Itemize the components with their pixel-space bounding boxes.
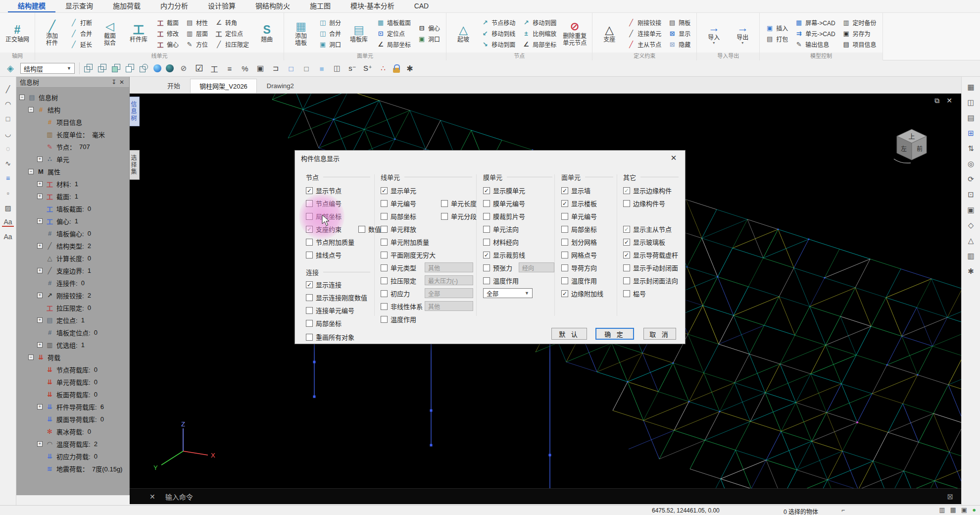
- move-to-line-button[interactable]: ↙移动到线: [479, 28, 517, 39]
- split-view-icon[interactable]: ◫: [965, 97, 978, 108]
- hidden-line-cube-icon[interactable]: [126, 64, 135, 73]
- panel-opening-button[interactable]: ▣洞口: [416, 34, 442, 44]
- document-tab-1[interactable]: 钢柱网架_V2026: [190, 79, 257, 93]
- tension-compression-limit-button[interactable]: ╱拉压限定: [213, 39, 251, 50]
- checkbox[interactable]: [381, 290, 388, 297]
- node-move-button[interactable]: ↗节点移动: [479, 17, 517, 28]
- tree-item[interactable]: ≋地震荷载：7度(0.15g): [18, 463, 129, 475]
- tree-item[interactable]: ▥长度单位：毫米: [18, 128, 129, 141]
- support-button[interactable]: △支座: [596, 14, 622, 52]
- menu-tab-5[interactable]: 钢结构防火: [245, 0, 300, 12]
- tree-item[interactable]: △计算长度:0: [18, 252, 129, 264]
- checkbox[interactable]: [561, 239, 568, 246]
- cancel-button[interactable]: 取 消: [643, 328, 676, 340]
- tree-item[interactable]: −M属性: [18, 165, 129, 178]
- viewport-side-tab-1[interactable]: 选择集: [130, 150, 140, 180]
- expand-icon[interactable]: +: [37, 268, 43, 273]
- sketch-circle-icon[interactable]: ⊘: [178, 62, 189, 74]
- view-cube-front-label[interactable]: 前: [917, 145, 923, 153]
- tree-item[interactable]: 工墙板截面:0: [18, 203, 129, 215]
- checkbox[interactable]: ✓: [306, 281, 313, 288]
- arc-tool-icon[interactable]: ◠: [2, 99, 14, 109]
- tree-item[interactable]: +⇊杆件导荷载库:6: [18, 401, 129, 413]
- dialog-checkbox-row[interactable]: ✓显示连接: [306, 280, 342, 289]
- member-library-button[interactable]: 工杆件库: [126, 14, 151, 52]
- add-wallboard-button[interactable]: ▦添加墙板: [288, 14, 314, 52]
- dialog-checkbox-row[interactable]: 单元编号: [561, 212, 597, 220]
- collapse-icon[interactable]: −: [28, 107, 34, 112]
- tree-item[interactable]: +▤定位点:1: [18, 314, 129, 326]
- checkbox[interactable]: [483, 239, 490, 246]
- break-member-button[interactable]: ╱打断: [68, 17, 94, 28]
- view-cube[interactable]: 上 左 前: [891, 126, 933, 165]
- lock-icon[interactable]: [393, 68, 400, 73]
- menu-tab-8[interactable]: CAD: [404, 0, 439, 12]
- dialog-checkbox-row[interactable]: 显示封闭面法向: [623, 276, 678, 285]
- close-window-icon[interactable]: ✕: [946, 97, 952, 105]
- snap-grid-icon[interactable]: ⊞: [965, 128, 978, 139]
- dialog-checkbox-row[interactable]: ✓支座约束: [306, 225, 342, 233]
- screen-to-cad-button[interactable]: ▦屏幕->CAD: [793, 17, 837, 28]
- dialog-checkbox-row[interactable]: 膜裁剪片号: [483, 212, 525, 220]
- dialog-checkbox-row[interactable]: 局部坐标: [306, 319, 342, 327]
- pin-icon[interactable]: ↧: [110, 79, 118, 86]
- diaphragm-button[interactable]: ▤隔板: [666, 17, 692, 28]
- checkbox[interactable]: [623, 277, 630, 284]
- checkbox[interactable]: [483, 277, 490, 284]
- section-button[interactable]: 工截面: [154, 17, 181, 28]
- tree-item[interactable]: #项目信息: [18, 116, 129, 128]
- story-button[interactable]: ▥层面: [184, 28, 210, 39]
- tree-item[interactable]: ⇊单元荷载库:0: [18, 376, 129, 388]
- checkbox[interactable]: ✓: [561, 290, 568, 297]
- checkbox[interactable]: [381, 316, 388, 323]
- checkbox[interactable]: ✓: [623, 239, 630, 246]
- document-tab-0[interactable]: 开始: [158, 79, 189, 93]
- tree-item[interactable]: ✻裹冰荷载:0: [18, 425, 129, 438]
- fill-view-icon[interactable]: ▣: [965, 205, 978, 215]
- dialog-checkbox-row[interactable]: 温度作用: [483, 276, 519, 285]
- checkbox[interactable]: [306, 239, 313, 246]
- checkbox[interactable]: [381, 264, 388, 271]
- locating-point-button[interactable]: 工定位点: [213, 28, 251, 39]
- move-to-face-button[interactable]: ↘移动到面: [479, 39, 517, 50]
- dialog-checkbox-row[interactable]: 显示手动封闭面: [623, 263, 678, 272]
- dialog-checkbox-row[interactable]: 单元长度: [441, 199, 477, 207]
- dialog-checkbox-row[interactable]: ✓显示导荷载虚杆: [623, 251, 678, 259]
- wallboard-section-button[interactable]: ▦墙板截面: [375, 17, 413, 28]
- layer-manager-icon[interactable]: ◈: [5, 62, 16, 74]
- dialog-close-icon[interactable]: ✕: [668, 154, 679, 162]
- filter-select[interactable]: 全部▼: [483, 288, 533, 298]
- checkbox[interactable]: ✓: [306, 187, 313, 194]
- hatch-tool-icon[interactable]: ▨: [2, 203, 14, 213]
- select-check-icon[interactable]: ☑: [194, 62, 204, 74]
- dialog-checkbox-row[interactable]: ✓显示玻璃板: [623, 238, 665, 246]
- expand-icon[interactable]: +: [37, 317, 43, 323]
- tree-item[interactable]: ✎节点：707: [18, 141, 129, 153]
- menu-tab-6[interactable]: 施工图: [300, 0, 341, 12]
- export-button[interactable]: →导出▾: [730, 14, 755, 52]
- wire-cube-2-icon[interactable]: [98, 64, 107, 73]
- modify-section-button[interactable]: 工修改: [154, 28, 181, 39]
- dialog-checkbox-row[interactable]: 显示连接刚度数值: [306, 293, 367, 302]
- restore-window-icon[interactable]: ⧉: [934, 97, 939, 105]
- dialog-checkbox-row[interactable]: 预张力: [483, 263, 512, 272]
- dialog-checkbox-row[interactable]: 节点编号: [306, 199, 342, 207]
- line-tool-icon[interactable]: ╱: [2, 84, 14, 94]
- dialog-checkbox-row[interactable]: 单元类型: [381, 263, 416, 272]
- dialog-checkbox-row[interactable]: ✓显示主从节点: [623, 225, 672, 233]
- tree-item[interactable]: +工偏心:1: [18, 215, 129, 227]
- dialog-checkbox-row[interactable]: 边缘构件号: [623, 199, 665, 207]
- dialog-checkbox-row[interactable]: 单元法向: [483, 225, 519, 233]
- insert-button[interactable]: ▣插入: [764, 23, 790, 33]
- eccentric-button[interactable]: 工偏心: [154, 39, 181, 50]
- dashed-rect-tool-icon[interactable]: ▫: [2, 188, 14, 198]
- swap-view-icon[interactable]: ⇅: [965, 143, 978, 154]
- checkbox[interactable]: ✓: [483, 187, 490, 194]
- circle-tool-icon[interactable]: ◌: [2, 143, 14, 154]
- slope-button[interactable]: △起坡: [450, 14, 476, 52]
- default-button[interactable]: 默 认: [551, 328, 587, 340]
- wallboard-library-button[interactable]: ▤墙板库: [346, 14, 372, 52]
- tree-item[interactable]: +╱结构类型:2: [18, 240, 129, 252]
- s-minus-icon[interactable]: s⁻: [347, 62, 358, 74]
- command-prompt[interactable]: 输入命令: [165, 492, 193, 502]
